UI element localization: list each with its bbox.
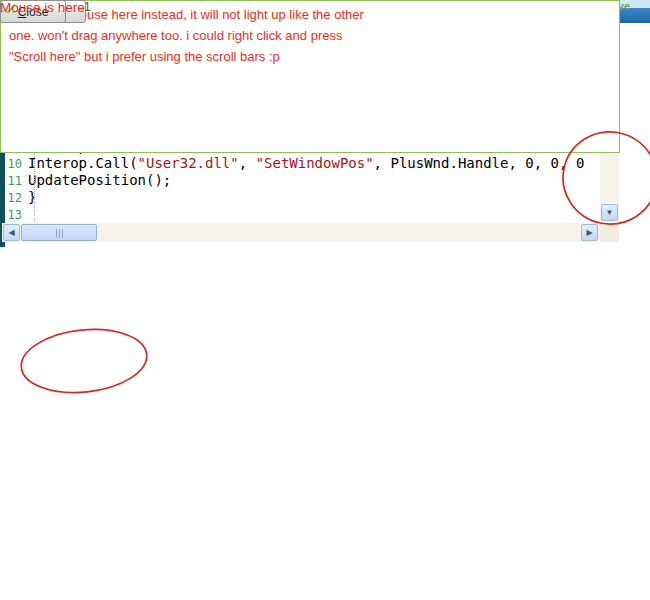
code-line: 12} (1, 189, 599, 206)
horizontal-scrollbar-thumb[interactable] (21, 224, 97, 241)
note-text: "Scroll here" but i prefer using the scr… (9, 47, 619, 66)
scroll-left-icon: ◀ (8, 228, 14, 237)
line-number: 12 (1, 190, 28, 206)
line-number: 13 (1, 207, 28, 222)
scroll-down-button[interactable]: ▼ (601, 204, 618, 221)
line-number: 10 (1, 156, 28, 172)
scrollbar-corner (600, 223, 619, 242)
code-line: 11UpdatePosition(); (1, 172, 599, 189)
code-line: 10Interop.Call("User32.dll", "SetWindowP… (1, 155, 599, 172)
annotation-ellipse-horizontal-scrollbar (18, 324, 150, 399)
note-text: one. won't drag anywhere too. i could ri… (9, 26, 619, 45)
mouse-here-annotation: Mouse is here (0, 0, 85, 15)
line-number: 11 (1, 173, 28, 189)
screenshot-stage: Script Editor X Messenger Plus! Live Scr… (0, 0, 650, 600)
scroll-right-button[interactable]: ▶ (581, 224, 598, 241)
code-line: 13 (1, 206, 599, 222)
scroll-left-button[interactable]: ◀ (3, 224, 20, 241)
scroll-right-icon: ▶ (586, 228, 592, 237)
thumb-grip (56, 229, 64, 238)
note-text: If i put my mouse here instead, it will … (9, 5, 619, 24)
note-panel[interactable]: If i put my mouse here instead, it will … (0, 0, 620, 153)
scroll-down-icon: ▼ (606, 208, 614, 217)
